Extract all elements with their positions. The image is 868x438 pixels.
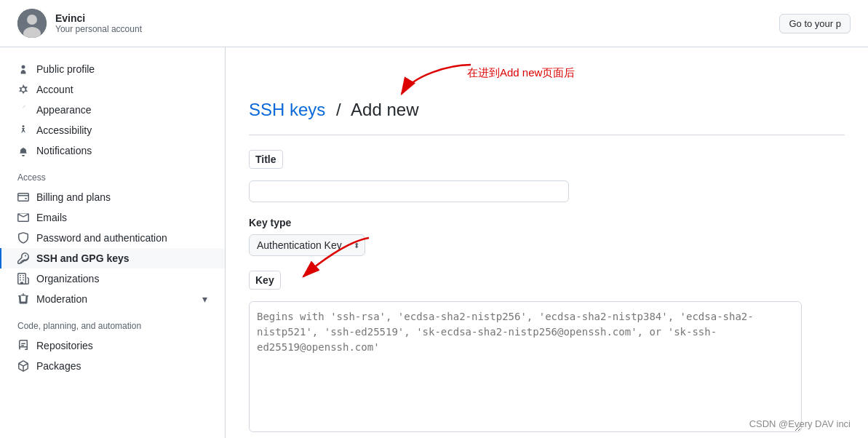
sidebar-item-public-profile[interactable]: Public profile xyxy=(0,59,225,79)
svg-point-1 xyxy=(27,15,37,25)
sidebar-item-appearance[interactable]: Appearance xyxy=(0,100,225,120)
breadcrumb-current: Add new xyxy=(351,100,418,119)
key-textarea[interactable] xyxy=(249,301,802,432)
sidebar-item-repositories[interactable]: Repositories xyxy=(0,335,225,356)
watermark: CSDN @Every DAV inci xyxy=(749,418,851,429)
top-bar-left: Evinci Your personal account xyxy=(17,9,142,38)
key-label: Key xyxy=(249,271,281,290)
sidebar-item-password[interactable]: Password and authentication xyxy=(0,228,225,248)
sidebar-label: Password and authentication xyxy=(36,232,167,244)
org-icon xyxy=(17,273,29,284)
breadcrumb: SSH keys / Add new xyxy=(249,100,845,120)
sidebar-label: Account xyxy=(36,84,73,95)
sidebar: Public profile Account Appearance Access… xyxy=(0,47,226,438)
code-section-label: Code, planning, and automation xyxy=(0,309,225,335)
divider xyxy=(249,135,845,135)
sidebar-item-emails[interactable]: Emails xyxy=(0,207,225,228)
sidebar-label: Public profile xyxy=(36,63,95,75)
mail-icon xyxy=(17,212,29,223)
user-subtitle: Your personal account xyxy=(55,24,142,34)
shield-icon xyxy=(17,232,29,244)
credit-card-icon xyxy=(17,191,29,203)
sidebar-label: SSH and GPG keys xyxy=(36,252,130,264)
sidebar-label: Billing and plans xyxy=(36,191,111,203)
gear-icon xyxy=(17,84,29,95)
sidebar-label: Appearance xyxy=(36,104,92,116)
sidebar-label: Notifications xyxy=(36,145,92,156)
annotation-arrow xyxy=(391,61,478,101)
breadcrumb-link[interactable]: SSH keys xyxy=(249,100,325,119)
sidebar-item-notifications[interactable]: Notifications xyxy=(0,140,225,161)
go-to-profile-button[interactable]: Go to your p xyxy=(779,14,851,33)
sidebar-item-ssh-gpg[interactable]: SSH and GPG keys xyxy=(0,248,225,268)
sidebar-label: Moderation xyxy=(36,293,87,305)
key-icon xyxy=(17,252,29,264)
layout: Public profile Account Appearance Access… xyxy=(0,47,868,438)
sidebar-item-organizations[interactable]: Organizations xyxy=(0,268,225,289)
package-icon xyxy=(17,360,29,372)
key-type-label: Key type xyxy=(249,217,845,228)
sidebar-label: Accessibility xyxy=(36,124,92,136)
username: Evinci xyxy=(55,12,142,24)
sidebar-item-accessibility[interactable]: Accessibility xyxy=(0,120,225,140)
breadcrumb-separator: / xyxy=(336,100,341,119)
moderation-icon xyxy=(17,293,29,305)
title-form-group: Title xyxy=(249,150,845,202)
accessibility-icon xyxy=(17,124,29,136)
main-content: 在进到Add new页面后 SSH keys / Add new Title xyxy=(226,47,868,438)
access-section-label: Access xyxy=(0,161,225,187)
bell-icon xyxy=(17,145,29,156)
sidebar-item-moderation[interactable]: Moderation ▾ xyxy=(0,289,225,309)
sidebar-label: Organizations xyxy=(36,273,99,284)
paintbrush-icon xyxy=(17,104,29,116)
sidebar-item-packages[interactable]: Packages xyxy=(0,356,225,376)
user-info: Evinci Your personal account xyxy=(55,12,142,34)
sidebar-item-account[interactable]: Account xyxy=(0,79,225,100)
key-annotation-arrow xyxy=(289,234,376,282)
key-form-group: Key xyxy=(249,271,845,432)
top-bar: Evinci Your personal account Go to your … xyxy=(0,0,868,47)
person-icon xyxy=(17,63,29,75)
title-label: Title xyxy=(249,150,283,169)
sidebar-label: Repositories xyxy=(36,340,93,351)
avatar xyxy=(17,9,47,38)
sidebar-label: Packages xyxy=(36,360,81,372)
title-input[interactable] xyxy=(249,180,569,202)
sidebar-item-billing[interactable]: Billing and plans xyxy=(0,187,225,207)
chevron-down-icon: ▾ xyxy=(202,293,207,305)
sidebar-label: Emails xyxy=(36,212,67,223)
repo-icon xyxy=(17,340,29,351)
chinese-annotation: 在进到Add new页面后 xyxy=(467,66,575,80)
